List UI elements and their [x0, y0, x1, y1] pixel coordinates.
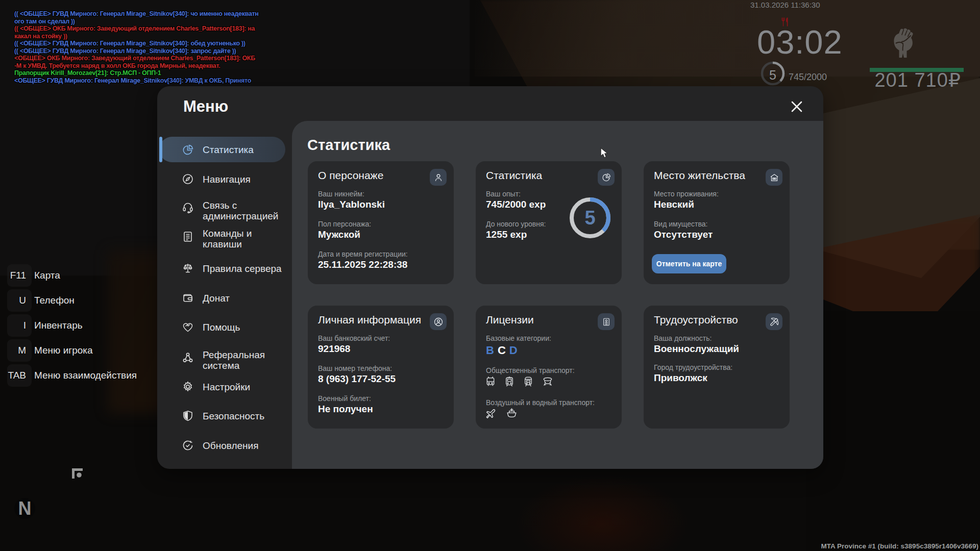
svg-text:5: 5 [584, 207, 595, 229]
